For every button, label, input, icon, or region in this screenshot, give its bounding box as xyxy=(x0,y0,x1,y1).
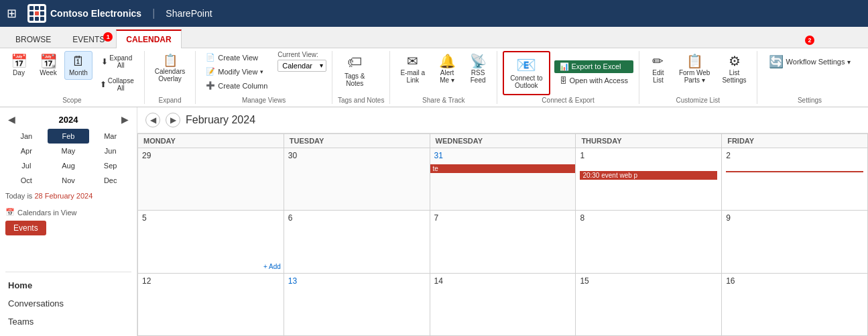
grid-icon[interactable]: ⊞ xyxy=(7,6,17,21)
logo-icon xyxy=(27,4,46,23)
mini-month-nov[interactable]: Nov xyxy=(48,173,90,188)
cal-day-2: 2 xyxy=(722,148,868,211)
month-button[interactable]: 🗓 Month xyxy=(64,51,92,80)
cal-prev-button[interactable]: ◀ xyxy=(145,113,160,127)
mini-cal-prev-button[interactable]: ◀ xyxy=(5,113,18,126)
cal-month-title: February 2024 xyxy=(186,114,255,126)
cal-rows: 29 30 31 te 1 20:30 event web p 2 xyxy=(137,148,868,336)
header-thursday: THURSDAY xyxy=(576,134,722,148)
tab-calendar[interactable]: CALENDAR xyxy=(116,30,181,48)
mini-month-oct[interactable]: Oct xyxy=(5,173,48,188)
cal-date-30: 30 xyxy=(288,151,426,160)
tab-events[interactable]: EVENTS 1 xyxy=(62,30,115,48)
create-view-button[interactable]: 📄 Create View xyxy=(201,51,272,64)
mini-month-aug[interactable]: Aug xyxy=(48,158,90,173)
cal-day-12: 12 xyxy=(138,274,284,336)
event-20-thu[interactable]: 20:30 event web p xyxy=(580,171,717,180)
create-view-icon: 📄 xyxy=(206,53,215,62)
tab-browse[interactable]: BROWSE xyxy=(5,30,61,48)
cal-week-2: 5 + Add 6 7 8 9 xyxy=(137,211,868,273)
mini-month-feb[interactable]: Feb xyxy=(48,129,90,144)
cal-date-14: 14 xyxy=(434,276,572,286)
today-text: Today is 28 February 2024 xyxy=(5,192,131,200)
tags-icon: 🏷 xyxy=(347,54,362,71)
cal-day-headers: MONDAY TUESDAY WEDNESDAY THURSDAY FRIDAY xyxy=(137,133,868,148)
mini-month-dec[interactable]: Dec xyxy=(89,173,131,188)
alert-me-button[interactable]: 🔔 AlertMe ▾ xyxy=(434,51,460,87)
week-button[interactable]: 📆 Week xyxy=(35,51,62,80)
expand-all-button[interactable]: ⬇ ExpandAll xyxy=(97,51,137,72)
expand-label: Expand xyxy=(150,95,190,104)
settings-badge: 2 xyxy=(805,36,814,45)
alert-icon: 🔔 xyxy=(439,54,456,68)
cal-date-2: 2 xyxy=(726,151,863,160)
settings-label: Settings xyxy=(763,95,857,104)
form-icon: 📋 xyxy=(686,54,703,68)
cal-next-button[interactable]: ▶ xyxy=(166,113,180,127)
top-bar: ⊞ Contoso Electronics | SharePoint xyxy=(0,0,868,27)
workflow-icon: 🔄 xyxy=(769,54,784,69)
calendars-overlay-button[interactable]: 📋 CalendarsOverlay xyxy=(150,51,190,86)
expand-all-label: ExpandAll xyxy=(109,54,132,69)
manage-views-label: Manage Views xyxy=(201,95,326,104)
cal-date-16: 16 xyxy=(726,276,863,286)
cal-day-1: 1 20:30 event web p xyxy=(576,148,722,211)
cal-day-5: 5 + Add xyxy=(138,211,284,273)
scope-label: Scope xyxy=(5,95,139,104)
cal-day-7: 7 xyxy=(430,211,576,273)
email-icon: ✉ xyxy=(407,54,418,68)
settings-group: 2 🔄 Workflow Settings ▾ Settings xyxy=(757,51,863,104)
mini-month-mar[interactable]: Mar xyxy=(89,129,131,144)
sidebar-nav-conversations[interactable]: Conversations xyxy=(5,294,131,313)
sidebar-nav: Home Conversations Teams xyxy=(5,272,131,331)
modify-view-button[interactable]: 📝 Modify View ▾ xyxy=(201,65,272,78)
cal-date-13[interactable]: 13 xyxy=(288,276,426,286)
tags-notes-button[interactable]: 🏷 Tags &Notes xyxy=(338,51,372,90)
month-icon: 🗓 xyxy=(72,54,85,68)
app-logo: Contoso Electronics xyxy=(27,4,141,23)
workflow-dropdown-icon: ▾ xyxy=(847,58,851,66)
sidebar-nav-teams[interactable]: Teams xyxy=(5,313,131,331)
cal-date-31[interactable]: 31 xyxy=(434,151,572,160)
cal-week-1: 29 30 31 te 1 20:30 event web p 2 xyxy=(137,148,868,211)
cal-day-16: 16 xyxy=(722,274,868,336)
email-link-button[interactable]: ✉ E-mail aLink xyxy=(395,51,430,87)
expand-group: 📋 CalendarsOverlay Expand xyxy=(145,51,196,104)
events-button[interactable]: Events xyxy=(5,221,46,235)
create-column-button[interactable]: ➕ Create Column xyxy=(201,79,272,92)
customize-list-group: ✏ EditList 📋 Form WebParts ▾ ⚙ ListSetti… xyxy=(639,51,757,104)
current-view-select[interactable]: Calendar ▾ xyxy=(277,60,326,72)
mini-month-jun[interactable]: Jun xyxy=(89,144,131,158)
mini-month-jan[interactable]: Jan xyxy=(5,129,48,144)
collapse-all-label: CollapseAll xyxy=(108,77,134,92)
list-settings-button[interactable]: ⚙ ListSettings xyxy=(717,51,751,87)
mini-month-apr[interactable]: Apr xyxy=(5,144,48,158)
mini-month-jul[interactable]: Jul xyxy=(5,158,48,173)
event-span-week1: te xyxy=(430,164,576,173)
mini-month-sep[interactable]: Sep xyxy=(89,158,131,173)
calendars-overlay-icon: 📋 xyxy=(163,54,178,66)
edit-list-button[interactable]: ✏ EditList xyxy=(645,51,672,87)
current-view-wrap: Current View: Calendar ▾ xyxy=(277,51,326,72)
cal-date-1: 1 xyxy=(580,151,717,160)
open-access-button[interactable]: 🗄 Open with Access xyxy=(554,74,633,87)
export-excel-button[interactable]: 📊 Export to Excel xyxy=(554,60,633,73)
cal-day-29-prev: 29 xyxy=(138,148,284,211)
mini-cal-next-button[interactable]: ▶ xyxy=(119,113,131,126)
rss-feed-button[interactable]: 📡 RSSFeed xyxy=(464,51,491,87)
tags-notes-group: 🏷 Tags &Notes Tags and Notes xyxy=(332,51,391,104)
workflow-settings-button[interactable]: 2 🔄 Workflow Settings ▾ xyxy=(763,51,857,72)
scope-group: 📅 Day 📆 Week 🗓 Month ⬇ ExpandAll ⬆ Colla… xyxy=(0,51,145,104)
calendar-area: ◀ ▶ February 2024 MONDAY TUESDAY WEDNESD… xyxy=(137,107,868,336)
connect-outlook-button[interactable]: 📧 Connect toOutlook xyxy=(505,54,547,93)
rss-icon: 📡 xyxy=(470,54,487,68)
form-web-parts-button[interactable]: 📋 Form WebParts ▾ xyxy=(674,51,715,87)
cal-date-7: 7 xyxy=(434,213,572,223)
sidebar-nav-home[interactable]: Home xyxy=(5,276,131,294)
manage-views-group: 📄 Create View 📝 Modify View ▾ ➕ Create C… xyxy=(196,51,332,104)
collapse-all-button[interactable]: ⬆ CollapseAll xyxy=(95,74,139,95)
day-button[interactable]: 📅 Day xyxy=(5,51,32,80)
mini-month-may[interactable]: May xyxy=(48,144,90,158)
ribbon-tabs: BROWSE EVENTS 1 CALENDAR xyxy=(0,27,868,48)
add-event-link-5[interactable]: + Add xyxy=(263,263,281,270)
